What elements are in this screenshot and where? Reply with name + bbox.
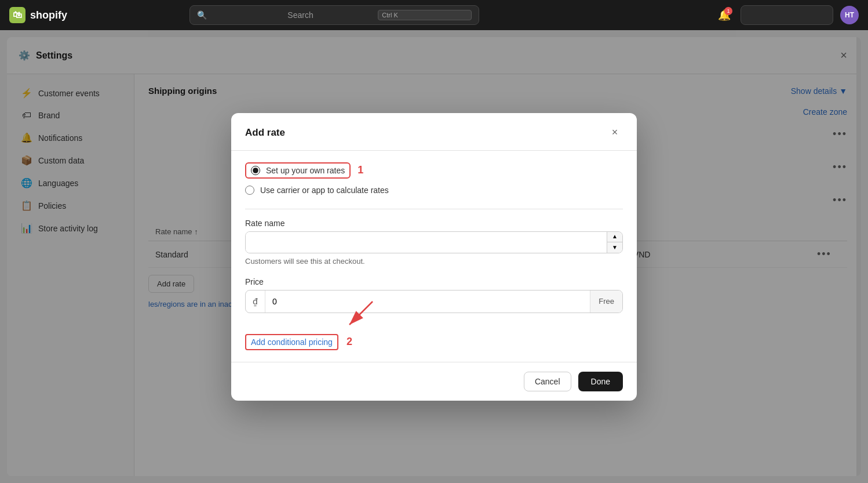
top-navigation: 🛍 shopify 🔍 Search Ctrl K 🔔 1 HT — [0, 0, 868, 30]
annotation-wrapper: Add conditional pricing 2 — [245, 334, 352, 350]
logo-icon: 🛍 — [9, 7, 25, 23]
shopify-logo: 🛍 shopify — [9, 7, 67, 23]
modal-title: Add rate — [245, 127, 285, 139]
annotation-2: 2 — [347, 336, 352, 348]
modal-footer: Cancel Done — [231, 362, 637, 401]
search-icon: 🔍 — [197, 10, 283, 20]
option2-radio-input[interactable] — [245, 186, 254, 195]
option1-highlight-box: Set up your own rates — [245, 162, 351, 179]
stepper-down[interactable]: ▼ — [607, 242, 622, 253]
rate-name-input[interactable] — [246, 232, 607, 253]
price-input[interactable] — [265, 290, 590, 313]
option2-radio-label[interactable]: Use carrier or app to calculate rates — [245, 186, 623, 195]
conditional-pricing-wrapper: Add conditional pricing 2 — [245, 325, 352, 350]
rate-name-group: Rate name ▲ ▼ Customers will see this at… — [245, 219, 623, 266]
search-placeholder: Search — [287, 10, 373, 20]
search-shortcut: Ctrl K — [378, 10, 472, 20]
stepper-up[interactable]: ▲ — [607, 232, 622, 242]
bell-badge: 1 — [724, 7, 732, 15]
search-bar[interactable]: 🔍 Search Ctrl K — [189, 5, 479, 25]
arrow-annotation — [338, 296, 384, 331]
modal-overlay: Add rate × Set up your own rates 1 — [0, 30, 868, 483]
account-avatar[interactable]: HT — [840, 6, 859, 24]
option1-radio-label[interactable]: Set up your own rates — [251, 166, 345, 175]
store-selector[interactable] — [741, 5, 833, 25]
divider — [245, 209, 623, 209]
rate-name-hint: Customers will see this at checkout. — [245, 257, 623, 266]
option1-radio-input[interactable] — [251, 166, 260, 175]
modal-body: Set up your own rates 1 Use carrier or a… — [231, 151, 637, 362]
cancel-button[interactable]: Cancel — [524, 372, 571, 391]
modal-header: Add rate × — [231, 113, 637, 151]
nav-right: 🔔 1 HT — [715, 5, 859, 25]
option1-label-text: Set up your own rates — [266, 166, 345, 175]
done-button[interactable]: Done — [578, 372, 623, 391]
modal-close-button[interactable]: × — [607, 125, 623, 141]
notifications-bell[interactable]: 🔔 1 — [715, 6, 734, 24]
rate-type-radio-group: Set up your own rates 1 Use carrier or a… — [245, 162, 623, 195]
free-badge: Free — [590, 290, 622, 313]
rate-name-label: Rate name — [245, 219, 623, 228]
rate-name-input-wrapper: ▲ ▼ — [245, 231, 623, 253]
price-input-wrapper: ₫ Free — [245, 290, 623, 313]
add-conditional-pricing-link[interactable]: Add conditional pricing — [245, 334, 338, 350]
price-label: Price — [245, 277, 623, 286]
option2-label-text: Use carrier or app to calculate rates — [260, 186, 389, 195]
price-group: Price ₫ Free — [245, 277, 623, 313]
annotation-1: 1 — [358, 164, 363, 176]
rate-name-stepper: ▲ ▼ — [607, 232, 622, 253]
add-rate-modal: Add rate × Set up your own rates 1 — [231, 113, 637, 401]
price-currency: ₫ — [246, 290, 265, 313]
logo-text: shopify — [30, 9, 67, 21]
